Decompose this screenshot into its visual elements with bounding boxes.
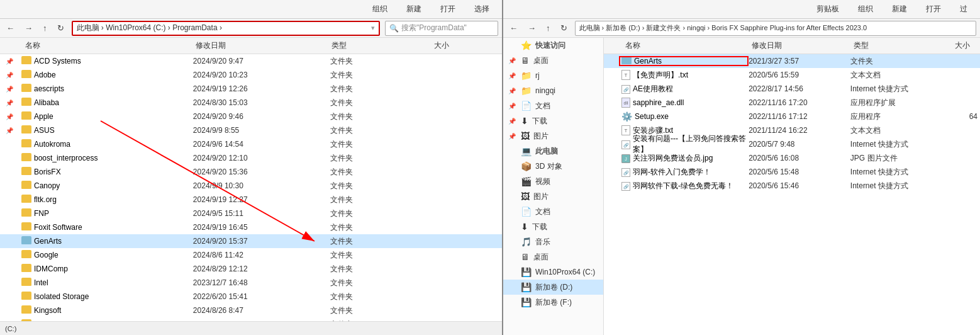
sidebar-item-音乐[interactable]: 🎵音乐: [503, 234, 603, 249]
sidebar-item-桌面[interactable]: 📌🖥桌面: [503, 53, 603, 68]
sidebar-item-新加卷-(d:)[interactable]: 💾新加卷 (D:): [503, 280, 603, 295]
left-file-row[interactable]: 📌ACD Systems2024/9/20 9:47文件夹: [0, 54, 502, 68]
right-col-date[interactable]: 修改日期: [752, 40, 853, 51]
file-name-col: Canopy: [19, 181, 193, 191]
right-file-row[interactable]: 🔗AE使用教程2022/8/17 14:56Internet 快捷方式: [604, 82, 980, 96]
left-breadcrumb[interactable]: 此电脑 › Win10Prox64 (C:) › ProgramData › ▾: [72, 21, 381, 36]
left-col-name[interactable]: 名称: [19, 40, 196, 51]
left-col-type[interactable]: 类型: [331, 40, 433, 51]
right-col-size[interactable]: 大小: [955, 40, 980, 51]
sidebar-item-新加卷-(f:)[interactable]: 💾新加卷 (F:): [503, 295, 603, 310]
left-file-row[interactable]: Foxit Software2024/9/19 16:45文件夹: [0, 220, 502, 234]
right-file-date-col: 2021/3/27 3:57: [749, 57, 850, 65]
left-up-button[interactable]: ↑: [40, 22, 50, 34]
file-name-col: Kingsoft: [19, 305, 193, 315]
left-file-row[interactable]: Autokroma2024/9/6 14:54文件夹: [0, 137, 502, 151]
left-file-row[interactable]: 📌Apple2024/9/20 9:46文件夹: [0, 110, 502, 123]
left-back-button[interactable]: ←: [4, 22, 17, 34]
left-file-row[interactable]: 📌Alibaba2024/8/30 15:03文件夹: [0, 96, 502, 110]
right-up-button[interactable]: ↑: [543, 22, 553, 34]
right-refresh-button[interactable]: ↻: [558, 22, 570, 34]
sidebar-item-快速访问[interactable]: ⭐快速访问: [503, 38, 603, 53]
file-type-col: 文件夹: [330, 264, 433, 275]
left-refresh-button[interactable]: ↻: [55, 22, 67, 34]
sidebar-item-文档[interactable]: 📌📄文档: [503, 98, 603, 113]
right-panel: 剪贴板 组织 新建 打开 过 ← → ↑ ↻ 此电脑 › 新加卷 (D:) › …: [503, 0, 980, 335]
right-menu-extra[interactable]: 过: [960, 4, 967, 14]
sidebar-item-文档[interactable]: 📄文档: [503, 204, 603, 219]
right-file-row[interactable]: dllsapphire_ae.dll2022/11/16 17:20应用程序扩展: [604, 96, 980, 110]
sidebar-item-3d-对象[interactable]: 📦3D 对象: [503, 159, 603, 174]
right-file-row[interactable]: 🔗安装有问题---【上羽免问答搜索答案】2020/5/7 9:48Interne…: [604, 137, 980, 151]
sidebar-item-图片[interactable]: 🖼图片: [503, 189, 603, 204]
left-forward-button[interactable]: →: [22, 22, 35, 34]
file-name-col: BorisFX: [19, 167, 193, 177]
left-file-row[interactable]: Google2024/8/6 11:42文件夹: [0, 248, 502, 262]
sidebar-item-桌面[interactable]: 🖥桌面: [503, 249, 603, 264]
right-file-row[interactable]: T【免责声明】.txt2020/5/6 15:59文本文档: [604, 68, 980, 82]
file-date-col: 2024/9/5 15:11: [193, 209, 330, 218]
left-file-row[interactable]: BorisFX2024/9/20 15:36文件夹: [0, 165, 502, 179]
sidebar-label: 视频: [535, 176, 550, 187]
left-file-row[interactable]: Isolated Storage2022/6/20 15:41文件夹: [0, 290, 502, 304]
left-panel: 组织 新建 打开 选择 ← → ↑ ↻ 此电脑 › Win10Prox64 (C…: [0, 0, 503, 335]
left-file-row[interactable]: GenArts2024/9/20 15:37文件夹: [0, 234, 502, 248]
left-file-row[interactable]: IDMComp2024/8/29 12:12文件夹: [0, 262, 502, 276]
right-back-button[interactable]: ←: [507, 22, 520, 34]
folder-icon: [21, 84, 31, 94]
right-breadcrumb[interactable]: 此电脑 › 新加卷 (D:) › 新建文件夹 › ningqi › Boris …: [575, 21, 977, 36]
left-file-row[interactable]: 📌ASUS2024/9/9 8:55文件夹: [0, 123, 502, 137]
left-search-bar[interactable]: 🔍 搜索"ProgramData": [385, 21, 498, 36]
right-col-type[interactable]: 类型: [854, 40, 955, 51]
pin-icon: 📌: [0, 58, 19, 65]
file-name-text: Foxit Software: [34, 223, 82, 232]
sidebar-item-图片[interactable]: 📌🖼图片: [503, 128, 603, 144]
sidebar-pin-icon: 📌: [508, 118, 517, 125]
file-name-col: Isolated Storage: [19, 292, 193, 302]
left-menu-select[interactable]: 选择: [474, 4, 489, 14]
left-file-row[interactable]: 📌aescripts2024/9/19 12:26文件夹: [0, 82, 502, 96]
sidebar-item-下载[interactable]: ⬇下载: [503, 219, 603, 234]
left-status-text: (C:): [5, 325, 16, 332]
right-file-row[interactable]: J关注羽网免费送会员.jpg2020/5/6 16:08JPG 图片文件: [604, 151, 980, 165]
right-menu-organize[interactable]: 组织: [858, 4, 873, 14]
right-menu-clipboard[interactable]: 剪贴板: [816, 4, 839, 14]
sidebar-item-win10prox64-(c:)[interactable]: 💾Win10Prox64 (C:): [503, 264, 603, 280]
left-col-size[interactable]: 大小: [434, 40, 502, 51]
left-file-row[interactable]: FNP2024/9/5 15:11文件夹: [0, 207, 502, 220]
right-col-name[interactable]: 名称: [619, 40, 752, 51]
right-file-row[interactable]: 🔗羽网软件下载-绿色免费无毒！2020/5/6 15:46Internet 快捷…: [604, 179, 980, 193]
sidebar-item-下载[interactable]: 📌⬇下载: [503, 113, 603, 128]
sidebar-item-视频[interactable]: 🎬视频: [503, 174, 603, 189]
right-menu-open[interactable]: 打开: [926, 4, 941, 14]
folder-icon: [21, 181, 31, 191]
left-file-row[interactable]: Canopy2024/9/9 10:30文件夹: [0, 179, 502, 193]
sidebar-label: rj: [535, 71, 540, 80]
search-icon: 🔍: [389, 24, 399, 33]
right-file-row[interactable]: GenArts2021/3/27 3:57文件夹: [604, 54, 980, 68]
sidebar-folder-icon: 📁: [521, 86, 532, 96]
right-forward-button[interactable]: →: [525, 22, 538, 34]
right-file-row[interactable]: 🔗羽网-软件入门免费学！2020/5/6 15:48Internet 快捷方式: [604, 165, 980, 179]
left-menu-organize[interactable]: 组织: [372, 4, 387, 14]
pin-icon: 📌: [0, 72, 19, 79]
sidebar-folder-icon: 💻: [521, 146, 532, 156]
sidebar-item-rj[interactable]: 📌📁rj: [503, 68, 603, 83]
left-menu-new[interactable]: 新建: [406, 4, 421, 14]
sidebar-item-ningqi[interactable]: 📌📁ningqi: [503, 83, 603, 98]
left-menu-open[interactable]: 打开: [440, 4, 455, 14]
file-name-col: Foxit Software: [19, 222, 193, 232]
left-file-row[interactable]: 📌Adobe2024/9/20 10:23文件夹: [0, 68, 502, 82]
sidebar-item-此电脑[interactable]: 💻此电脑: [503, 144, 603, 159]
left-file-row[interactable]: fltk.org2024/9/19 12:27文件夹: [0, 193, 502, 207]
left-col-date[interactable]: 修改日期: [196, 40, 332, 51]
sidebar-label: 音乐: [535, 237, 550, 247]
right-file-row[interactable]: ⚙️Setup.exe2022/11/16 17:12应用程序64: [604, 110, 980, 123]
left-file-row[interactable]: Intel2023/12/7 16:48文件夹: [0, 276, 502, 290]
left-file-row[interactable]: Kingsoft2024/8/26 8:47文件夹: [0, 304, 502, 317]
right-file-name-text: 安装有问题---【上羽免问答搜索答案】: [633, 133, 749, 155]
right-menu-new[interactable]: 新建: [892, 4, 907, 14]
left-file-row[interactable]: boost_interprocess2024/9/20 12:10文件夹: [0, 151, 502, 165]
folder-icon: [21, 305, 31, 315]
sidebar-folder-icon: 🖥: [521, 55, 530, 65]
